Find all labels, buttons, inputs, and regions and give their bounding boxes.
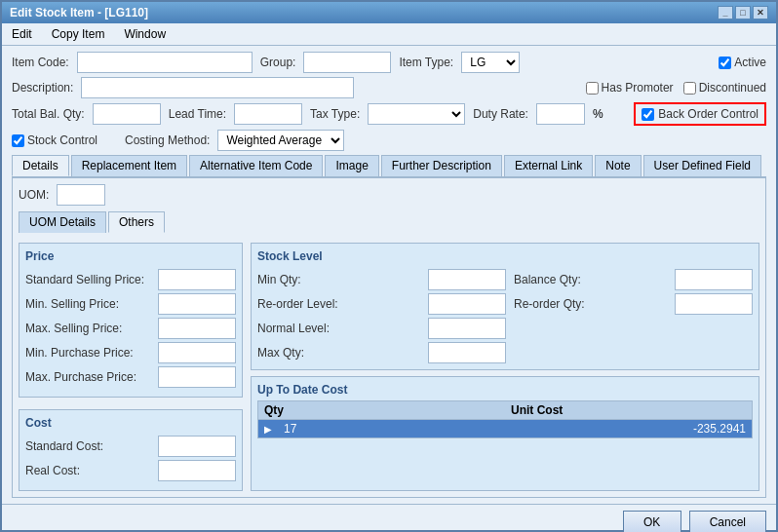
group-label: Group: [260, 56, 296, 69]
stock-input-normal-level[interactable]: 0 [428, 318, 506, 339]
stock-label-reorder-level: Re-order Level: [257, 297, 420, 311]
price-panel: Price Standard Selling Price: 1,760.00 M… [19, 243, 243, 398]
stock-control-checkbox[interactable] [12, 134, 24, 147]
stock-label-reorder-qty: Re-order Qty: [514, 297, 667, 311]
row-stock-control: Stock Control Costing Method: Weighted A… [12, 130, 766, 151]
stock-label-min-qty: Min Qty: [257, 273, 420, 286]
active-checkbox-group: Active [719, 56, 766, 69]
ok-button[interactable]: OK [623, 511, 681, 532]
tab-further-description[interactable]: Further Description [381, 155, 502, 176]
uptodate-title: Up To Date Cost [257, 383, 753, 397]
col-qty: Qty [258, 401, 505, 419]
stock-input-reorder-level[interactable]: 0 [428, 293, 506, 315]
menu-window[interactable]: Window [120, 25, 170, 43]
duty-rate-input[interactable]: 0.00 [536, 103, 585, 125]
table-row[interactable]: ▶ 17 -235.2941 [258, 420, 752, 437]
tab-replacement-item[interactable]: Replacement Item [71, 155, 187, 176]
costing-method-select[interactable]: Weighted Average [217, 130, 344, 151]
duty-rate-label: Duty Rate: [473, 107, 528, 121]
price-label-4: Max. Purchase Price: [25, 370, 154, 384]
main-tab-row: Details Replacement Item Alternative Ite… [12, 155, 766, 177]
description-label: Description: [12, 81, 73, 95]
main-tabs-container: Details Replacement Item Alternative Ite… [12, 155, 766, 498]
price-input-3[interactable]: -1.00 [158, 342, 236, 363]
has-promoter-label: Has Promoter [586, 81, 674, 95]
group-input[interactable]: PHONE [303, 52, 391, 73]
tab-alternative-item-code[interactable]: Alternative Item Code [189, 155, 323, 176]
table-header: Qty Unit Cost [258, 401, 752, 420]
tax-type-select[interactable] [368, 103, 465, 125]
tab-external-link[interactable]: External Link [504, 155, 593, 176]
price-row-0: Standard Selling Price: 1,760.00 [25, 269, 236, 290]
price-row-1: Min. Selling Price: 1,200.00 [25, 293, 236, 315]
sub-tab-uom-details[interactable]: UOM Details [19, 211, 106, 233]
stock-input-max-qty[interactable]: 0 [428, 342, 506, 363]
tab-note[interactable]: Note [595, 155, 641, 176]
stock-label-balance-qty: Balance Qty: [514, 273, 667, 286]
price-label-3: Min. Purchase Price: [25, 346, 154, 360]
cost-label-0: Standard Cost: [25, 439, 154, 453]
row-description: Description: LG KG110 Has Promoter Disco… [12, 77, 766, 98]
uom-label: UOM: [19, 188, 49, 202]
menu-edit[interactable]: Edit [8, 25, 36, 43]
stock-panel: Stock Level Min Qty: 0 Balance Qty: 17 R… [251, 243, 759, 370]
cost-panel: Cost Standard Cost: 800.0000 Real Cost: … [19, 409, 243, 491]
uptodate-panel: Up To Date Cost Qty Unit Cost ▶ 17 -235.… [251, 376, 759, 491]
cost-row-1: Real Cost: 0.0000 [25, 460, 236, 481]
tab-image[interactable]: Image [325, 155, 378, 176]
col-unit-cost: Unit Cost [505, 401, 752, 419]
cost-input-1[interactable]: 0.0000 [158, 460, 236, 481]
cancel-button[interactable]: Cancel [689, 511, 766, 532]
stock-input-reorder-qty[interactable]: 0 [675, 293, 753, 315]
description-input[interactable]: LG KG110 [81, 77, 354, 98]
price-input-0[interactable]: 1,760.00 [158, 269, 236, 290]
item-type-select[interactable]: LG [461, 52, 520, 73]
price-input-1[interactable]: 1,200.00 [158, 293, 236, 315]
stock-label-normal-level: Normal Level: [257, 322, 420, 335]
has-promoter-checkbox[interactable] [586, 82, 599, 95]
cost-input-0[interactable]: 800.0000 [158, 436, 236, 457]
minimize-button[interactable]: _ [718, 6, 733, 19]
uom-input[interactable]: PCS [57, 184, 105, 206]
panels-row: Price Standard Selling Price: 1,760.00 M… [19, 243, 759, 491]
price-input-4[interactable]: 880.00 [158, 366, 236, 388]
price-input-2[interactable]: -1.00 [158, 318, 236, 339]
sub-tab-row: UOM Details Others [19, 211, 759, 233]
row-qty: Total Bal. Qty: 17 Lead Time: Tax Type: … [12, 102, 766, 126]
close-button[interactable]: ✕ [753, 6, 768, 19]
bottom-row: OK Cancel [2, 504, 776, 532]
lead-time-label: Lead Time: [169, 107, 226, 121]
discontinued-checkbox[interactable] [683, 82, 696, 95]
tab-content-details: UOM: PCS UOM Details Others Price [12, 177, 766, 498]
item-code-input[interactable]: LG110 [77, 52, 253, 73]
active-checkbox[interactable] [719, 57, 731, 69]
menu-copy-item[interactable]: Copy Item [48, 25, 109, 43]
cost-row-0: Standard Cost: 800.0000 [25, 436, 236, 457]
stock-panel-title: Stock Level [257, 249, 753, 263]
price-panel-title: Price [25, 249, 236, 263]
title-bar: Edit Stock Item - [LG110] _ □ ✕ [2, 2, 776, 23]
price-label-2: Max. Selling Price: [25, 322, 154, 335]
back-order-control-box: Back Order Control [634, 102, 766, 126]
discontinued-label: Discontinued [683, 81, 766, 95]
sub-tab-others[interactable]: Others [108, 211, 165, 233]
lead-time-input[interactable] [234, 103, 302, 125]
stock-grid: Min Qty: 0 Balance Qty: 17 Re-order Leve… [257, 269, 753, 363]
tab-details[interactable]: Details [12, 155, 69, 176]
row-unit-cost-value: -235.2941 [515, 420, 752, 437]
stock-input-min-qty[interactable]: 0 [428, 269, 506, 290]
tax-type-label: Tax Type: [310, 107, 360, 121]
row-item-code: Item Code: LG110 Group: PHONE Item Type:… [12, 52, 766, 73]
left-column: Price Standard Selling Price: 1,760.00 M… [19, 243, 243, 491]
stock-control-group: Stock Control [12, 133, 97, 147]
tab-user-defined-field[interactable]: User Defined Field [643, 155, 761, 176]
back-order-checkbox[interactable] [642, 108, 654, 121]
price-label-1: Min. Selling Price: [25, 297, 154, 311]
cost-label-1: Real Cost: [25, 464, 154, 477]
maximize-button[interactable]: □ [735, 6, 751, 19]
stock-input-balance-qty[interactable]: 17 [675, 269, 753, 290]
total-bal-qty-input[interactable]: 17 [93, 103, 161, 125]
right-panels: Stock Level Min Qty: 0 Balance Qty: 17 R… [251, 243, 759, 491]
total-bal-qty-label: Total Bal. Qty: [12, 107, 85, 121]
menu-bar: Edit Copy Item Window [2, 23, 776, 46]
